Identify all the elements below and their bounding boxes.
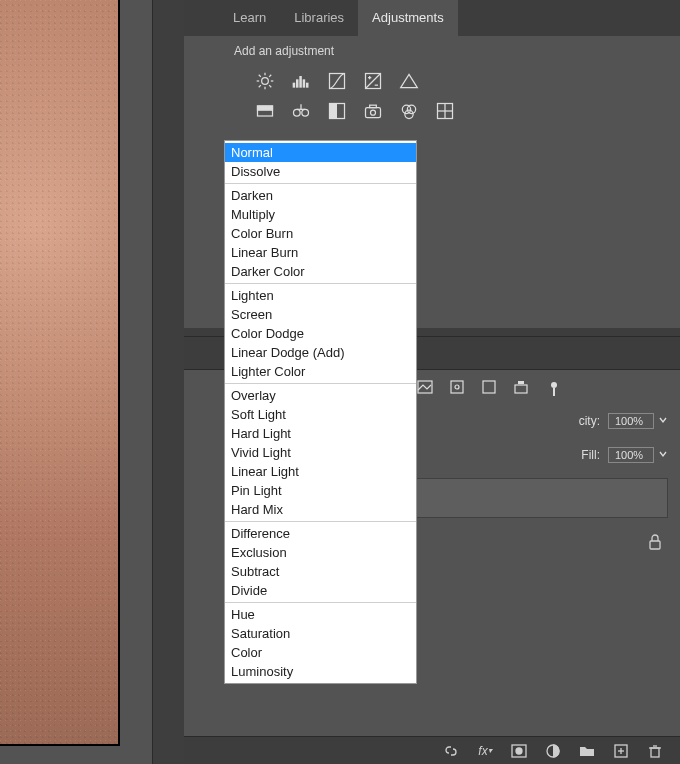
blend-mode-option[interactable]: Linear Dodge (Add) — [225, 343, 416, 362]
vibrance-icon[interactable] — [398, 70, 420, 92]
trash-icon[interactable] — [646, 742, 664, 760]
blend-mode-option[interactable]: Subtract — [225, 562, 416, 581]
blend-mode-option[interactable]: Difference — [225, 524, 416, 543]
blend-mode-option[interactable]: Vivid Light — [225, 443, 416, 462]
blend-mode-option[interactable]: Lighten — [225, 286, 416, 305]
fx-icon[interactable]: fx▾ — [476, 742, 494, 760]
blend-mode-option[interactable]: Hard Mix — [225, 500, 416, 519]
blend-mode-option[interactable]: Exclusion — [225, 543, 416, 562]
blend-mode-option[interactable]: Linear Light — [225, 462, 416, 481]
blend-mode-dropdown[interactable]: NormalDissolveDarkenMultiplyColor BurnLi… — [224, 140, 417, 684]
svg-rect-16 — [306, 83, 309, 88]
adjustments-panel: Learn Libraries Adjustments Add an adjus… — [184, 0, 680, 126]
right-panels: Learn Libraries Adjustments Add an adjus… — [184, 0, 680, 764]
blend-mode-option[interactable]: Multiply — [225, 205, 416, 224]
blend-mode-option[interactable]: Normal — [225, 143, 416, 162]
svg-rect-50 — [650, 541, 660, 549]
blend-mode-option[interactable]: Divide — [225, 581, 416, 600]
blend-mode-option[interactable]: Lighter Color — [225, 362, 416, 381]
adjustments-icon-row-2 — [184, 96, 680, 126]
panel-gutter — [130, 0, 184, 764]
blend-mode-option[interactable]: Color Dodge — [225, 324, 416, 343]
svg-line-8 — [259, 75, 261, 77]
svg-point-46 — [455, 385, 459, 389]
svg-point-27 — [302, 109, 309, 116]
svg-rect-13 — [296, 79, 299, 87]
filter-image-icon[interactable] — [416, 378, 434, 396]
svg-line-19 — [366, 74, 381, 89]
blend-mode-option[interactable]: Pin Light — [225, 481, 416, 500]
svg-rect-34 — [370, 105, 377, 108]
svg-rect-32 — [366, 108, 381, 118]
blend-mode-option[interactable]: Hue — [225, 605, 416, 624]
layers-bottom-bar: fx▾ — [184, 736, 680, 764]
blend-mode-option[interactable]: Saturation — [225, 624, 416, 643]
panel-tabs: Learn Libraries Adjustments — [184, 0, 680, 36]
svg-marker-23 — [401, 74, 418, 87]
blend-mode-option[interactable]: Color Burn — [225, 224, 416, 243]
tab-adjustments[interactable]: Adjustments — [358, 0, 458, 36]
blend-mode-option[interactable]: Color — [225, 643, 416, 662]
blend-mode-option[interactable]: Luminosity — [225, 662, 416, 681]
opacity-label: city: — [579, 414, 600, 428]
svg-rect-14 — [299, 76, 302, 88]
svg-rect-48 — [518, 381, 524, 384]
adjustment-icon[interactable] — [544, 742, 562, 760]
blend-mode-option[interactable]: Darker Color — [225, 262, 416, 281]
svg-rect-12 — [293, 83, 296, 88]
adjustments-icon-row-1 — [184, 66, 680, 96]
chevron-down-icon[interactable] — [658, 414, 668, 428]
filter-smart-icon[interactable] — [544, 378, 562, 396]
opacity-value[interactable]: 100% — [608, 413, 654, 429]
svg-point-37 — [405, 110, 413, 118]
document-canvas-area[interactable] — [0, 0, 130, 764]
posterize-icon[interactable] — [434, 100, 456, 122]
levels-icon[interactable] — [290, 70, 312, 92]
svg-rect-45 — [451, 381, 463, 393]
tab-libraries[interactable]: Libraries — [280, 0, 358, 36]
filter-shape-icon[interactable] — [512, 378, 530, 396]
lock-icon — [648, 534, 662, 554]
color-lookup-icon[interactable] — [398, 100, 420, 122]
svg-line-11 — [269, 75, 271, 77]
svg-line-10 — [259, 85, 261, 87]
balance-icon[interactable] — [290, 100, 312, 122]
chevron-down-icon[interactable] — [658, 448, 668, 462]
svg-rect-15 — [303, 79, 306, 87]
photo-filter-icon[interactable] — [254, 100, 276, 122]
camera-icon[interactable] — [362, 100, 384, 122]
filter-adjust-icon[interactable] — [448, 378, 466, 396]
canvas-texture[interactable] — [0, 0, 118, 744]
curves-icon[interactable] — [326, 70, 348, 92]
fill-value[interactable]: 100% — [608, 447, 654, 463]
new-layer-icon[interactable] — [612, 742, 630, 760]
mask-icon[interactable] — [510, 742, 528, 760]
layer-item[interactable] — [416, 478, 668, 518]
svg-rect-31 — [330, 104, 338, 119]
svg-rect-25 — [258, 106, 273, 110]
threshold-icon[interactable] — [326, 100, 348, 122]
brightness-contrast-icon[interactable] — [254, 70, 276, 92]
link-icon[interactable] — [442, 742, 460, 760]
opacity-control[interactable]: 100% — [608, 413, 668, 429]
blend-mode-option[interactable]: Overlay — [225, 386, 416, 405]
blend-mode-option[interactable]: Darken — [225, 186, 416, 205]
svg-point-26 — [294, 109, 301, 116]
blend-mode-option[interactable]: Dissolve — [225, 162, 416, 181]
folder-icon[interactable] — [578, 742, 596, 760]
blend-mode-option[interactable]: Screen — [225, 305, 416, 324]
svg-point-3 — [262, 78, 269, 85]
svg-rect-57 — [651, 748, 659, 757]
blend-mode-option[interactable]: Linear Burn — [225, 243, 416, 262]
blend-mode-option[interactable]: Hard Light — [225, 424, 416, 443]
svg-point-52 — [516, 748, 522, 754]
svg-point-36 — [407, 105, 415, 113]
tab-learn[interactable]: Learn — [219, 0, 280, 36]
fill-control[interactable]: 100% — [608, 447, 668, 463]
svg-rect-49 — [515, 385, 527, 393]
svg-line-9 — [269, 85, 271, 87]
filter-text-icon[interactable] — [480, 378, 498, 396]
svg-point-33 — [371, 110, 376, 115]
exposure-icon[interactable] — [362, 70, 384, 92]
blend-mode-option[interactable]: Soft Light — [225, 405, 416, 424]
